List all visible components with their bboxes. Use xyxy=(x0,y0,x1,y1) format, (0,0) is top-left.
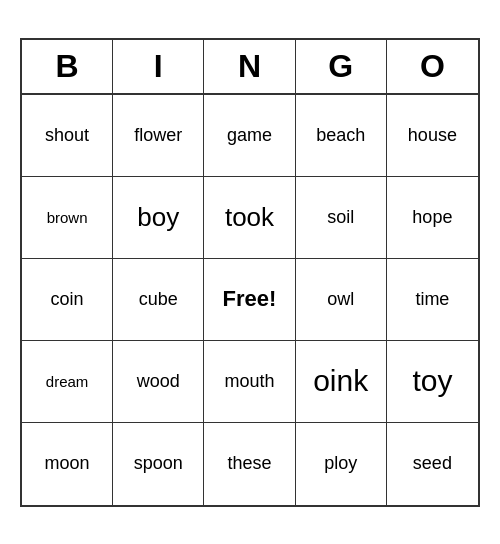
cell-text: cube xyxy=(139,289,178,310)
bingo-cell: game xyxy=(204,95,295,177)
cell-text: coin xyxy=(51,289,84,310)
cell-text: owl xyxy=(327,289,354,310)
cell-text: Free! xyxy=(223,286,277,312)
cell-text: game xyxy=(227,125,272,146)
header-letter: I xyxy=(113,40,204,93)
bingo-cell: shout xyxy=(22,95,113,177)
bingo-cell: ploy xyxy=(296,423,387,505)
cell-text: oink xyxy=(313,364,368,398)
bingo-header: BINGO xyxy=(22,40,478,95)
bingo-cell: dream xyxy=(22,341,113,423)
header-letter: G xyxy=(296,40,387,93)
bingo-grid: shoutflowergamebeachhousebrownboytooksoi… xyxy=(22,95,478,505)
bingo-cell: owl xyxy=(296,259,387,341)
bingo-cell: hope xyxy=(387,177,478,259)
cell-text: soil xyxy=(327,207,354,228)
cell-text: hope xyxy=(412,207,452,228)
bingo-cell: mouth xyxy=(204,341,295,423)
cell-text: brown xyxy=(47,209,88,226)
cell-text: beach xyxy=(316,125,365,146)
cell-text: these xyxy=(227,453,271,474)
cell-text: spoon xyxy=(134,453,183,474)
header-letter: B xyxy=(22,40,113,93)
bingo-card: BINGO shoutflowergamebeachhousebrownboyt… xyxy=(20,38,480,507)
bingo-cell: moon xyxy=(22,423,113,505)
bingo-cell: oink xyxy=(296,341,387,423)
bingo-cell: these xyxy=(204,423,295,505)
header-letter: O xyxy=(387,40,478,93)
cell-text: took xyxy=(225,202,274,233)
cell-text: shout xyxy=(45,125,89,146)
cell-text: mouth xyxy=(224,371,274,392)
bingo-cell: house xyxy=(387,95,478,177)
bingo-cell: beach xyxy=(296,95,387,177)
bingo-cell: cube xyxy=(113,259,204,341)
bingo-cell: coin xyxy=(22,259,113,341)
cell-text: moon xyxy=(45,453,90,474)
cell-text: wood xyxy=(137,371,180,392)
cell-text: dream xyxy=(46,373,89,390)
cell-text: flower xyxy=(134,125,182,146)
bingo-cell: Free! xyxy=(204,259,295,341)
bingo-cell: boy xyxy=(113,177,204,259)
bingo-cell: brown xyxy=(22,177,113,259)
cell-text: toy xyxy=(412,364,452,398)
cell-text: ploy xyxy=(324,453,357,474)
bingo-cell: toy xyxy=(387,341,478,423)
bingo-cell: time xyxy=(387,259,478,341)
bingo-cell: took xyxy=(204,177,295,259)
cell-text: house xyxy=(408,125,457,146)
cell-text: time xyxy=(415,289,449,310)
bingo-cell: wood xyxy=(113,341,204,423)
bingo-cell: spoon xyxy=(113,423,204,505)
bingo-cell: flower xyxy=(113,95,204,177)
bingo-cell: soil xyxy=(296,177,387,259)
cell-text: seed xyxy=(413,453,452,474)
header-letter: N xyxy=(204,40,295,93)
bingo-cell: seed xyxy=(387,423,478,505)
cell-text: boy xyxy=(137,202,179,233)
